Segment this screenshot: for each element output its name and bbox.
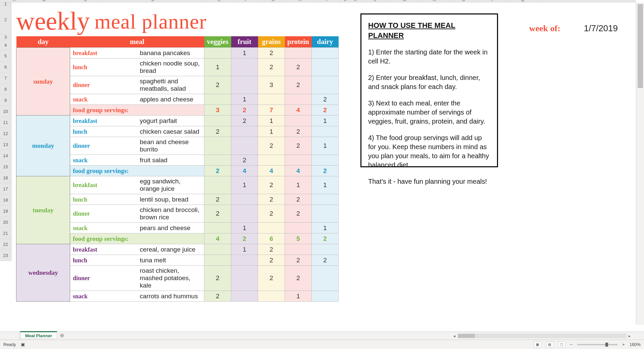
- meal-type-cell[interactable]: dinner: [70, 266, 137, 291]
- meal-type-cell[interactable]: breakfast: [70, 116, 137, 126]
- row-header-8[interactable]: 8: [0, 84, 11, 95]
- view-normal-icon[interactable]: ▦: [534, 342, 541, 348]
- totals-value[interactable]: 4: [285, 105, 312, 116]
- servings-cell[interactable]: [204, 223, 231, 233]
- meal-type-cell[interactable]: snack: [70, 94, 137, 105]
- meal-type-cell[interactable]: snack: [70, 291, 137, 302]
- servings-cell[interactable]: 2: [258, 266, 285, 291]
- meal-food-cell[interactable]: spaghetti and meatballs, salad: [137, 76, 204, 94]
- servings-cell[interactable]: [312, 244, 339, 255]
- servings-cell[interactable]: 2: [285, 194, 312, 205]
- meal-type-cell[interactable]: breakfast: [70, 176, 137, 194]
- servings-cell[interactable]: [204, 255, 231, 266]
- totals-value[interactable]: 4: [231, 166, 258, 176]
- row-numbers[interactable]: 1234567891011121314151617181920212223: [0, 3, 11, 261]
- totals-value[interactable]: 2: [312, 166, 339, 176]
- servings-cell[interactable]: [204, 244, 231, 255]
- servings-cell[interactable]: 2: [258, 255, 285, 266]
- column-header-J[interactable]: J: [340, 0, 350, 3]
- meal-food-cell[interactable]: cereal, orange juice: [137, 244, 204, 255]
- servings-cell[interactable]: [312, 76, 339, 94]
- meal-type-cell[interactable]: dinner: [70, 76, 137, 94]
- servings-cell[interactable]: 1: [312, 176, 339, 194]
- servings-cell[interactable]: 3: [258, 76, 285, 94]
- servings-cell[interactable]: 2: [312, 255, 339, 266]
- servings-cell[interactable]: [231, 291, 258, 302]
- servings-cell[interactable]: 2: [258, 48, 285, 58]
- new-sheet-button[interactable]: ⊕: [57, 332, 66, 340]
- meal-food-cell[interactable]: apples and cheese: [137, 94, 204, 105]
- servings-cell[interactable]: [285, 223, 312, 233]
- servings-cell[interactable]: 1: [285, 176, 312, 194]
- servings-cell[interactable]: 2: [204, 205, 231, 223]
- servings-cell[interactable]: 2: [204, 194, 231, 205]
- zoom-level[interactable]: 160%: [630, 342, 641, 347]
- scroll-left-icon[interactable]: ◄: [451, 334, 457, 338]
- day-cell-sunday[interactable]: sunday: [16, 48, 70, 116]
- row-header-3[interactable]: 3: [0, 34, 11, 40]
- row-header-21[interactable]: 21: [0, 228, 11, 239]
- servings-cell[interactable]: 2: [285, 205, 312, 223]
- meal-food-cell[interactable]: egg sandwich, orange juice: [137, 176, 204, 194]
- servings-cell[interactable]: [231, 266, 258, 291]
- meal-food-cell[interactable]: roast chicken, mashed potatoes, kale: [137, 266, 204, 291]
- servings-cell[interactable]: 1: [312, 223, 339, 233]
- meal-food-cell[interactable]: carrots and hummus: [137, 291, 204, 302]
- servings-cell[interactable]: [312, 194, 339, 205]
- meal-food-cell[interactable]: banana pancakes: [137, 48, 204, 58]
- servings-cell[interactable]: 2: [312, 94, 339, 105]
- column-header-G[interactable]: G: [260, 0, 287, 3]
- servings-cell[interactable]: 2: [231, 116, 258, 126]
- totals-value[interactable]: 4: [204, 233, 231, 244]
- servings-cell[interactable]: 2: [258, 244, 285, 255]
- servings-cell[interactable]: 2: [204, 266, 231, 291]
- servings-cell[interactable]: 1: [204, 58, 231, 76]
- column-header-P[interactable]: P: [479, 0, 508, 3]
- servings-cell[interactable]: [258, 291, 285, 302]
- column-header-A[interactable]: A: [11, 0, 17, 3]
- totals-value[interactable]: 3: [204, 105, 231, 116]
- servings-cell[interactable]: 1: [231, 176, 258, 194]
- row-header-15[interactable]: 15: [0, 161, 11, 172]
- row-header-11[interactable]: 11: [0, 117, 11, 128]
- servings-cell[interactable]: [312, 291, 339, 302]
- horizontal-scroll-thumb[interactable]: [458, 334, 475, 338]
- column-header-M[interactable]: M: [390, 0, 419, 3]
- row-header-9[interactable]: 9: [0, 95, 11, 106]
- totals-value[interactable]: 2: [312, 233, 339, 244]
- meal-type-cell[interactable]: dinner: [70, 137, 137, 155]
- row-header-6[interactable]: 6: [0, 61, 11, 73]
- day-cell-monday[interactable]: monday: [16, 116, 70, 176]
- day-cell-tuesday[interactable]: tuesday: [16, 176, 70, 244]
- servings-cell[interactable]: 2: [258, 137, 285, 155]
- row-header-2[interactable]: 2: [0, 5, 11, 34]
- servings-cell[interactable]: [204, 155, 231, 166]
- totals-value[interactable]: 4: [285, 166, 312, 176]
- row-header-23[interactable]: 23: [0, 250, 11, 261]
- servings-cell[interactable]: 2: [285, 76, 312, 94]
- meal-type-cell[interactable]: lunch: [70, 126, 137, 137]
- totals-value[interactable]: 5: [285, 233, 312, 244]
- servings-cell[interactable]: [312, 126, 339, 137]
- servings-cell[interactable]: 2: [204, 76, 231, 94]
- servings-cell[interactable]: [231, 76, 258, 94]
- row-header-12[interactable]: 12: [0, 128, 11, 139]
- meal-food-cell[interactable]: bean and cheese burrito: [137, 137, 204, 155]
- meal-food-cell[interactable]: yogurt parfait: [137, 116, 204, 126]
- row-header-4[interactable]: 4: [0, 40, 11, 50]
- meal-food-cell[interactable]: fruit salad: [137, 155, 204, 166]
- servings-cell[interactable]: 2: [258, 176, 285, 194]
- row-header-17[interactable]: 17: [0, 183, 11, 194]
- meal-planner-table[interactable]: day meal veggies fruit grains protein da…: [16, 36, 339, 302]
- column-header-D[interactable]: D: [100, 0, 206, 3]
- servings-cell[interactable]: 1: [231, 244, 258, 255]
- scroll-track[interactable]: [457, 334, 627, 338]
- meal-food-cell[interactable]: pears and cheese: [137, 223, 204, 233]
- header-dairy[interactable]: dairy: [312, 36, 339, 48]
- servings-cell[interactable]: [285, 116, 312, 126]
- row-header-1[interactable]: 1: [0, 3, 11, 5]
- row-header-18[interactable]: 18: [0, 194, 11, 206]
- servings-cell[interactable]: [285, 94, 312, 105]
- column-header-F[interactable]: F: [233, 0, 260, 3]
- servings-cell[interactable]: 2: [258, 205, 285, 223]
